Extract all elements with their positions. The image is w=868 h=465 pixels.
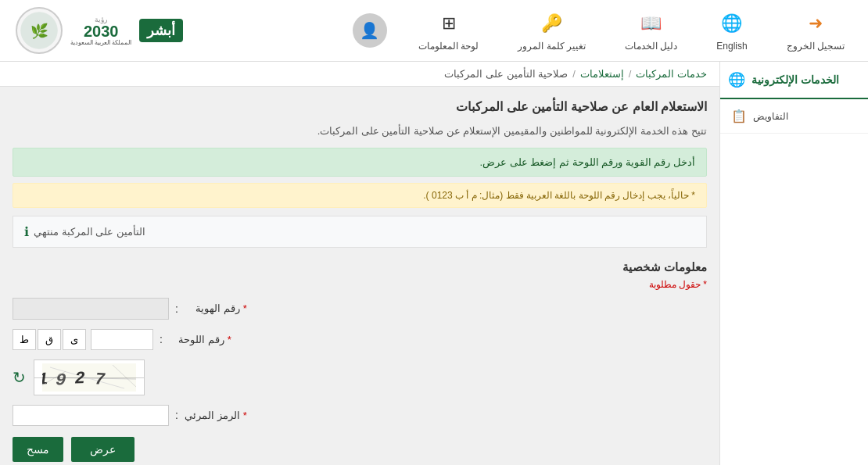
- tafaweed-label: التفاويض: [753, 111, 788, 122]
- reset-button[interactable]: مسح: [13, 437, 63, 462]
- doc-icon: 📋: [731, 109, 747, 123]
- globe-icon: 🌐: [718, 9, 746, 38]
- id-value-field: [13, 298, 169, 320]
- dashboard-label: لوحة المعلومات: [418, 41, 479, 52]
- guide-label: دليل الخدمات: [625, 41, 677, 52]
- hint-box: أدخل رقم القوية ورقم اللوحة ثم إضغط على …: [13, 148, 707, 177]
- status-bar: التأمين على المركبة منتهي ℹ: [13, 216, 707, 248]
- user-avatar: 👤: [353, 13, 387, 48]
- book-icon: 📖: [637, 9, 665, 38]
- plate-inputs: [13, 329, 153, 350]
- nav-logout[interactable]: ➜ تسجيل الخروج: [779, 3, 852, 58]
- change-password-label: تغيير كلمة المرور: [518, 41, 586, 52]
- sidebar-item-tafaweed[interactable]: التفاويض 📋: [720, 99, 868, 134]
- breadcrumb-sep-1: /: [629, 68, 632, 80]
- svg-text:1: 1: [42, 370, 48, 390]
- ministry-logo: 🌿: [16, 7, 63, 54]
- nav-english[interactable]: 🌐 English: [708, 3, 755, 58]
- page-description: تتيح هذه الخدمة الإلكترونية للمواطنين وا…: [13, 123, 707, 140]
- hint-note: * حالياً، يجب إدخال رقم اللوحة باللغة ال…: [13, 183, 707, 208]
- captcha-image-row: 1 9 2 7 ↻: [13, 359, 707, 395]
- page-title: الاستعلام العام عن صلاحية التأمين على ال…: [13, 99, 707, 114]
- english-label: English: [716, 41, 747, 52]
- breadcrumb-item-1[interactable]: خدمات المركبات: [636, 68, 707, 80]
- plate-letter1-input[interactable]: [13, 329, 36, 350]
- page-content-area: الاستعلام العام عن صلاحية التأمين على ال…: [0, 87, 719, 465]
- breadcrumb-item-3: صلاحية التأمين على المركبات: [444, 68, 568, 80]
- captcha-input[interactable]: [13, 405, 169, 426]
- sidebar-header: الخدمات الإلكترونية 🌐: [720, 62, 868, 99]
- exit-icon: ➜: [802, 9, 830, 38]
- info-icon: ℹ: [24, 224, 29, 239]
- svg-text:🌿: 🌿: [30, 23, 48, 40]
- status-text: التأمين على المركبة منتهي: [34, 226, 145, 238]
- plate-letters: [13, 329, 86, 350]
- nav-guide[interactable]: 📖 دليل الخدمات: [617, 3, 685, 58]
- key-icon: 🔑: [538, 9, 566, 38]
- required-label: حقول مطلوبة: [13, 279, 707, 290]
- id-row: * رقم الهوية :: [13, 298, 707, 320]
- absher-logo: أبشر: [139, 19, 183, 42]
- nav-dashboard[interactable]: ⊞ لوحة المعلومات: [411, 3, 486, 58]
- sidebar: الخدمات الإلكترونية 🌐 ‹ التفاويض 📋: [719, 62, 868, 465]
- plate-letter2-input[interactable]: [38, 329, 61, 350]
- captcha-label: * الرمز المرئي: [185, 410, 247, 421]
- page-header: 🌿 رؤية 2030 المملكة العربية السعودية أبش…: [0, 0, 868, 62]
- eservices-icon: 🌐: [728, 71, 745, 88]
- form-buttons: عرض مسح: [13, 437, 707, 462]
- breadcrumb: خدمات المركبات / إستعلامات / صلاحية التأ…: [0, 62, 719, 87]
- main-content: خدمات المركبات / إستعلامات / صلاحية التأ…: [0, 62, 719, 465]
- breadcrumb-sep-2: /: [572, 68, 576, 80]
- plate-number-input[interactable]: [91, 329, 153, 350]
- plate-row: * رقم اللوحة :: [13, 329, 707, 350]
- sidebar-title: الخدمات الإلكترونية: [751, 73, 839, 86]
- section-title: معلومات شخصية: [13, 260, 707, 274]
- logout-label: تسجيل الخروج: [787, 41, 845, 52]
- svg-text:9: 9: [55, 370, 66, 391]
- plate-letter3-input[interactable]: [63, 329, 86, 350]
- submit-button[interactable]: عرض: [71, 437, 135, 462]
- grid-icon: ⊞: [435, 9, 463, 38]
- id-label: * رقم الهوية: [185, 302, 247, 314]
- captcha-input-row: * الرمز المرئي :: [13, 405, 707, 426]
- header-nav: ➜ تسجيل الخروج 🌐 English 📖 دليل الخدمات …: [353, 3, 852, 58]
- vision-logo: رؤية 2030 المملكة العربية السعودية: [70, 16, 131, 46]
- captcha-image: 1 9 2 7: [34, 359, 145, 395]
- svg-text:7: 7: [94, 370, 106, 390]
- nav-change-password[interactable]: 🔑 تغيير كلمة المرور: [510, 3, 594, 58]
- plate-label: * رقم اللوحة: [169, 334, 231, 345]
- svg-text:2: 2: [74, 369, 85, 388]
- captcha-refresh-icon[interactable]: ↻: [13, 368, 26, 387]
- main-layout: الخدمات الإلكترونية 🌐 ‹ التفاويض 📋 خدمات…: [0, 62, 868, 465]
- header-logos: 🌿 رؤية 2030 المملكة العربية السعودية أبش…: [16, 7, 183, 54]
- breadcrumb-item-2[interactable]: إستعلامات: [580, 68, 624, 80]
